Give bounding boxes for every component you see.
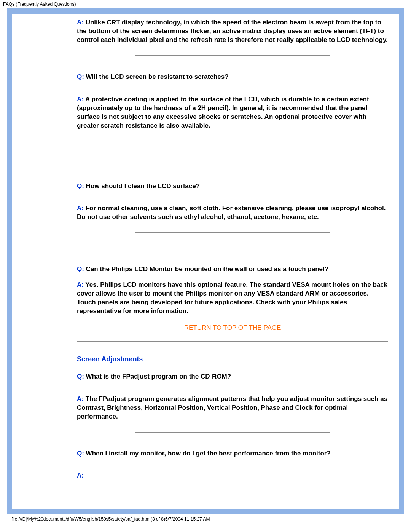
- inner-page: A: Unlike CRT display technology, in whi…: [12, 14, 399, 509]
- question-text: Q: What is the FPadjust program on the C…: [77, 372, 388, 381]
- faq-block-s2-0: Q: What is the FPadjust program on the C…: [77, 372, 388, 421]
- answer-text: A: For normal cleaning, use a clean, sof…: [77, 204, 388, 222]
- q-label: Q:: [77, 73, 84, 80]
- q-body: What is the FPadjust program on the CD-R…: [84, 373, 231, 380]
- a-label: A:: [77, 19, 84, 26]
- outer-frame: A: Unlike CRT display technology, in whi…: [7, 8, 404, 514]
- answer-text: A: Yes. Philips LCD monitors have this o…: [77, 281, 388, 316]
- faq-block-s2-1: Q: When I install my monitor, how do I g…: [77, 449, 388, 479]
- a-body: A protective coating is applied to the s…: [77, 96, 369, 129]
- q-body: Will the LCD screen be resistant to scra…: [84, 73, 229, 80]
- return-to-top-link[interactable]: RETURN TO TOP OF THE PAGE: [77, 324, 388, 332]
- section-title: Screen Adjustments: [77, 355, 388, 363]
- divider: [135, 55, 330, 56]
- divider: [135, 432, 330, 433]
- question-text: Q: Can the Philips LCD Monitor be mounte…: [77, 265, 388, 274]
- q-label: Q:: [77, 450, 84, 457]
- q-body: Can the Philips LCD Monitor be mounted o…: [84, 265, 328, 273]
- a-label-alone: A:: [77, 472, 388, 479]
- a-body: For normal cleaning, use a clean, soft c…: [77, 204, 386, 220]
- answer-text: A: The FPadjust program generates alignm…: [77, 395, 388, 421]
- header-title: FAQs (Frequently Asked Questions): [0, 0, 411, 8]
- question-text: Q: How should I clean the LCD surface?: [77, 182, 388, 191]
- answer-text: A: Unlike CRT display technology, in whi…: [77, 18, 388, 45]
- q-label: Q:: [77, 182, 84, 190]
- faq-block-3: Q: Can the Philips LCD Monitor be mounte…: [77, 265, 388, 316]
- faq-block-0: A: Unlike CRT display technology, in whi…: [77, 18, 388, 45]
- content-area: A: Unlike CRT display technology, in whi…: [12, 14, 399, 492]
- q-body: How should I clean the LCD surface?: [84, 182, 200, 190]
- footer-path: file:///D|/My%20documents/dfu/W5/english…: [0, 514, 411, 526]
- section-divider: [77, 341, 388, 342]
- faq-block-2: Q: How should I clean the LCD surface? A…: [77, 182, 388, 222]
- question-text: Q: Will the LCD screen be resistant to s…: [77, 73, 388, 81]
- a-label: A:: [77, 281, 84, 288]
- divider: [135, 165, 330, 165]
- a-body: The FPadjust program generates alignment…: [77, 395, 387, 420]
- q-label: Q:: [77, 265, 84, 273]
- a-label: A:: [77, 204, 84, 212]
- a-label: A:: [77, 96, 84, 103]
- a-body: Unlike CRT display technology, in which …: [77, 19, 388, 43]
- question-text: Q: When I install my monitor, how do I g…: [77, 449, 388, 458]
- faq-block-1: Q: Will the LCD screen be resistant to s…: [77, 73, 388, 130]
- q-body: When I install my monitor, how do I get …: [84, 450, 331, 457]
- a-body: Yes. Philips LCD monitors have this opti…: [77, 281, 387, 315]
- divider: [135, 232, 330, 233]
- q-label: Q:: [77, 373, 84, 380]
- a-label: A:: [77, 395, 84, 403]
- answer-text: A: A protective coating is applied to th…: [77, 95, 388, 130]
